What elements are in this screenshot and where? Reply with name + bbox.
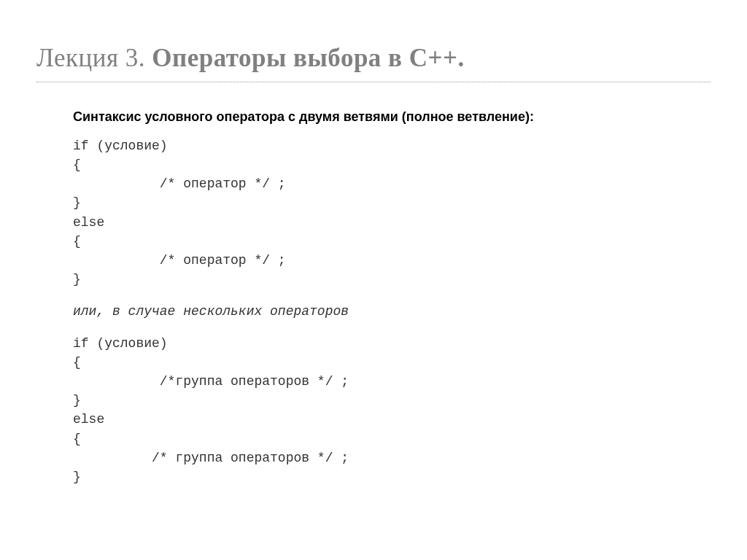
title-light: Лекция 3.: [36, 44, 152, 72]
note-text: или, в случае нескольких операторов: [73, 302, 711, 321]
slide-container: Лекция 3. Операторы выбора в С++. Синтак…: [0, 0, 747, 516]
title-bold: Операторы выбора в С++.: [152, 44, 464, 72]
slide-title: Лекция 3. Операторы выбора в С++.: [36, 44, 711, 82]
subtitle-text: Синтаксис условного оператора с двумя ве…: [73, 108, 711, 126]
code-block-1: if (условие) { /* оператор */ ; } else {…: [73, 136, 711, 289]
content-area: Синтаксис условного оператора с двумя ве…: [36, 108, 711, 486]
code-block-2: if (условие) { /*группа операторов */ ; …: [73, 334, 711, 486]
